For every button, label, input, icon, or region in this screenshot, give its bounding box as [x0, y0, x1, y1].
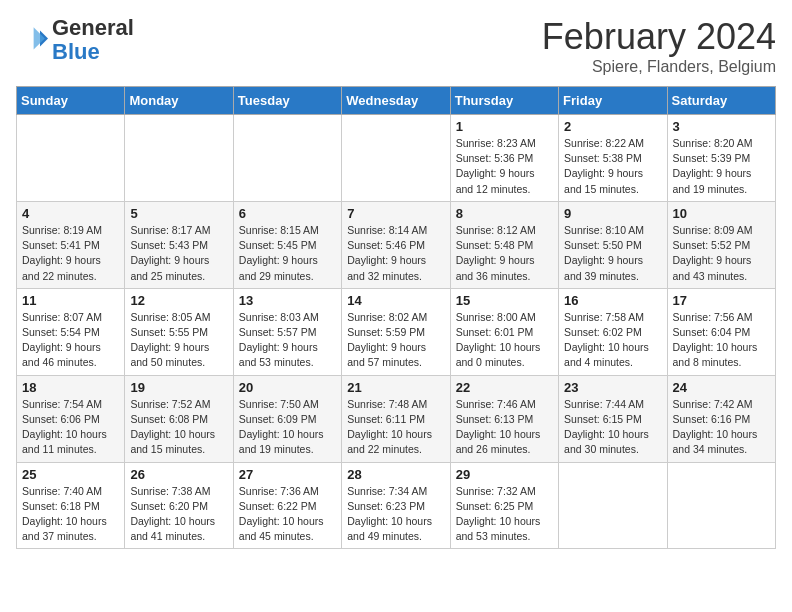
- day-info: Sunrise: 8:02 AMSunset: 5:59 PMDaylight:…: [347, 310, 444, 371]
- calendar-cell: 10Sunrise: 8:09 AMSunset: 5:52 PMDayligh…: [667, 201, 775, 288]
- day-info: Sunrise: 7:48 AMSunset: 6:11 PMDaylight:…: [347, 397, 444, 458]
- calendar-body: 1Sunrise: 8:23 AMSunset: 5:36 PMDaylight…: [17, 115, 776, 549]
- calendar-cell: 5Sunrise: 8:17 AMSunset: 5:43 PMDaylight…: [125, 201, 233, 288]
- day-info: Sunrise: 8:22 AMSunset: 5:38 PMDaylight:…: [564, 136, 661, 197]
- calendar-header-friday: Friday: [559, 87, 667, 115]
- calendar-header-sunday: Sunday: [17, 87, 125, 115]
- day-info: Sunrise: 7:54 AMSunset: 6:06 PMDaylight:…: [22, 397, 119, 458]
- day-number: 15: [456, 293, 553, 308]
- day-number: 25: [22, 467, 119, 482]
- day-info: Sunrise: 7:38 AMSunset: 6:20 PMDaylight:…: [130, 484, 227, 545]
- logo-general-text: General: [52, 15, 134, 40]
- calendar-cell: 12Sunrise: 8:05 AMSunset: 5:55 PMDayligh…: [125, 288, 233, 375]
- calendar-cell: 13Sunrise: 8:03 AMSunset: 5:57 PMDayligh…: [233, 288, 341, 375]
- calendar-cell: 4Sunrise: 8:19 AMSunset: 5:41 PMDaylight…: [17, 201, 125, 288]
- calendar-cell: 6Sunrise: 8:15 AMSunset: 5:45 PMDaylight…: [233, 201, 341, 288]
- day-number: 13: [239, 293, 336, 308]
- day-number: 21: [347, 380, 444, 395]
- day-number: 20: [239, 380, 336, 395]
- day-number: 6: [239, 206, 336, 221]
- calendar-cell: 1Sunrise: 8:23 AMSunset: 5:36 PMDaylight…: [450, 115, 558, 202]
- day-info: Sunrise: 7:36 AMSunset: 6:22 PMDaylight:…: [239, 484, 336, 545]
- day-info: Sunrise: 7:58 AMSunset: 6:02 PMDaylight:…: [564, 310, 661, 371]
- day-number: 24: [673, 380, 770, 395]
- day-info: Sunrise: 7:32 AMSunset: 6:25 PMDaylight:…: [456, 484, 553, 545]
- calendar-cell: 14Sunrise: 8:02 AMSunset: 5:59 PMDayligh…: [342, 288, 450, 375]
- calendar-header-saturday: Saturday: [667, 87, 775, 115]
- logo: General Blue: [16, 16, 134, 64]
- svg-marker-1: [34, 27, 45, 49]
- day-number: 3: [673, 119, 770, 134]
- day-number: 2: [564, 119, 661, 134]
- day-number: 23: [564, 380, 661, 395]
- day-info: Sunrise: 8:15 AMSunset: 5:45 PMDaylight:…: [239, 223, 336, 284]
- day-info: Sunrise: 7:50 AMSunset: 6:09 PMDaylight:…: [239, 397, 336, 458]
- calendar-cell: 18Sunrise: 7:54 AMSunset: 6:06 PMDayligh…: [17, 375, 125, 462]
- month-title: February 2024: [542, 16, 776, 58]
- calendar-cell: [233, 115, 341, 202]
- calendar-header-wednesday: Wednesday: [342, 87, 450, 115]
- calendar-cell: 7Sunrise: 8:14 AMSunset: 5:46 PMDaylight…: [342, 201, 450, 288]
- day-info: Sunrise: 8:12 AMSunset: 5:48 PMDaylight:…: [456, 223, 553, 284]
- calendar-cell: 27Sunrise: 7:36 AMSunset: 6:22 PMDayligh…: [233, 462, 341, 549]
- day-info: Sunrise: 7:52 AMSunset: 6:08 PMDaylight:…: [130, 397, 227, 458]
- header: General Blue February 2024 Spiere, Fland…: [16, 16, 776, 76]
- calendar-cell: 3Sunrise: 8:20 AMSunset: 5:39 PMDaylight…: [667, 115, 775, 202]
- day-info: Sunrise: 8:17 AMSunset: 5:43 PMDaylight:…: [130, 223, 227, 284]
- day-info: Sunrise: 8:19 AMSunset: 5:41 PMDaylight:…: [22, 223, 119, 284]
- day-info: Sunrise: 8:07 AMSunset: 5:54 PMDaylight:…: [22, 310, 119, 371]
- day-info: Sunrise: 8:00 AMSunset: 6:01 PMDaylight:…: [456, 310, 553, 371]
- day-number: 9: [564, 206, 661, 221]
- calendar-week-1: 4Sunrise: 8:19 AMSunset: 5:41 PMDaylight…: [17, 201, 776, 288]
- calendar-cell: 19Sunrise: 7:52 AMSunset: 6:08 PMDayligh…: [125, 375, 233, 462]
- calendar-cell: 21Sunrise: 7:48 AMSunset: 6:11 PMDayligh…: [342, 375, 450, 462]
- day-number: 1: [456, 119, 553, 134]
- calendar-cell: [17, 115, 125, 202]
- day-number: 8: [456, 206, 553, 221]
- calendar-cell: [667, 462, 775, 549]
- calendar-cell: 2Sunrise: 8:22 AMSunset: 5:38 PMDaylight…: [559, 115, 667, 202]
- day-info: Sunrise: 8:05 AMSunset: 5:55 PMDaylight:…: [130, 310, 227, 371]
- calendar-cell: 20Sunrise: 7:50 AMSunset: 6:09 PMDayligh…: [233, 375, 341, 462]
- day-number: 11: [22, 293, 119, 308]
- calendar-week-4: 25Sunrise: 7:40 AMSunset: 6:18 PMDayligh…: [17, 462, 776, 549]
- calendar-cell: 15Sunrise: 8:00 AMSunset: 6:01 PMDayligh…: [450, 288, 558, 375]
- logo-icon: [16, 24, 48, 56]
- calendar: SundayMondayTuesdayWednesdayThursdayFrid…: [16, 86, 776, 549]
- calendar-week-3: 18Sunrise: 7:54 AMSunset: 6:06 PMDayligh…: [17, 375, 776, 462]
- day-info: Sunrise: 8:03 AMSunset: 5:57 PMDaylight:…: [239, 310, 336, 371]
- location-title: Spiere, Flanders, Belgium: [542, 58, 776, 76]
- day-info: Sunrise: 8:14 AMSunset: 5:46 PMDaylight:…: [347, 223, 444, 284]
- calendar-header-tuesday: Tuesday: [233, 87, 341, 115]
- calendar-cell: 26Sunrise: 7:38 AMSunset: 6:20 PMDayligh…: [125, 462, 233, 549]
- calendar-cell: [559, 462, 667, 549]
- day-info: Sunrise: 8:09 AMSunset: 5:52 PMDaylight:…: [673, 223, 770, 284]
- day-number: 16: [564, 293, 661, 308]
- calendar-cell: 16Sunrise: 7:58 AMSunset: 6:02 PMDayligh…: [559, 288, 667, 375]
- logo-blue-text: Blue: [52, 39, 100, 64]
- day-info: Sunrise: 8:23 AMSunset: 5:36 PMDaylight:…: [456, 136, 553, 197]
- calendar-header-monday: Monday: [125, 87, 233, 115]
- day-number: 28: [347, 467, 444, 482]
- day-number: 19: [130, 380, 227, 395]
- calendar-cell: [342, 115, 450, 202]
- calendar-cell: 22Sunrise: 7:46 AMSunset: 6:13 PMDayligh…: [450, 375, 558, 462]
- day-number: 17: [673, 293, 770, 308]
- calendar-cell: 8Sunrise: 8:12 AMSunset: 5:48 PMDaylight…: [450, 201, 558, 288]
- calendar-week-2: 11Sunrise: 8:07 AMSunset: 5:54 PMDayligh…: [17, 288, 776, 375]
- calendar-cell: 9Sunrise: 8:10 AMSunset: 5:50 PMDaylight…: [559, 201, 667, 288]
- day-number: 10: [673, 206, 770, 221]
- day-number: 12: [130, 293, 227, 308]
- calendar-cell: [125, 115, 233, 202]
- day-number: 5: [130, 206, 227, 221]
- day-info: Sunrise: 7:34 AMSunset: 6:23 PMDaylight:…: [347, 484, 444, 545]
- calendar-cell: 24Sunrise: 7:42 AMSunset: 6:16 PMDayligh…: [667, 375, 775, 462]
- calendar-cell: 23Sunrise: 7:44 AMSunset: 6:15 PMDayligh…: [559, 375, 667, 462]
- day-number: 14: [347, 293, 444, 308]
- day-info: Sunrise: 7:46 AMSunset: 6:13 PMDaylight:…: [456, 397, 553, 458]
- day-info: Sunrise: 8:20 AMSunset: 5:39 PMDaylight:…: [673, 136, 770, 197]
- day-info: Sunrise: 7:56 AMSunset: 6:04 PMDaylight:…: [673, 310, 770, 371]
- calendar-cell: 17Sunrise: 7:56 AMSunset: 6:04 PMDayligh…: [667, 288, 775, 375]
- day-info: Sunrise: 7:40 AMSunset: 6:18 PMDaylight:…: [22, 484, 119, 545]
- day-info: Sunrise: 7:42 AMSunset: 6:16 PMDaylight:…: [673, 397, 770, 458]
